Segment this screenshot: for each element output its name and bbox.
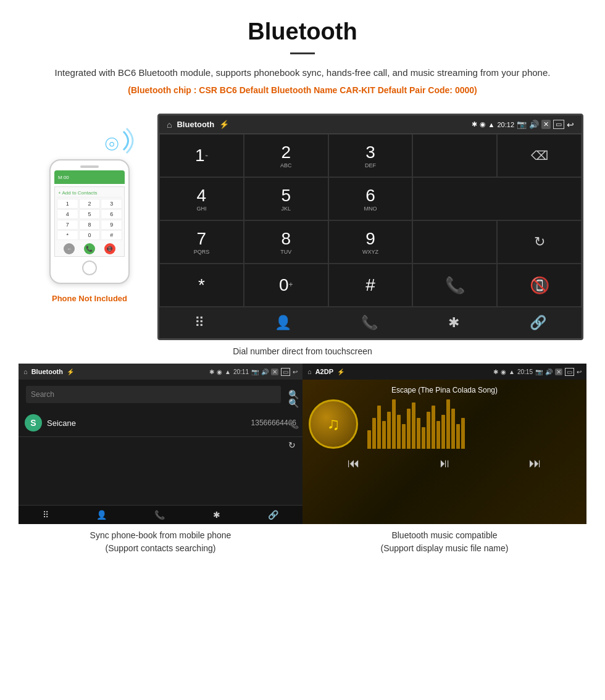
music-close-icon[interactable]: ✕ xyxy=(555,369,562,375)
dial-key-0[interactable]: 0+ xyxy=(244,264,328,307)
dial-key-9[interactable]: 9WXYZ xyxy=(328,220,413,264)
phone-back-btn[interactable]: ← xyxy=(64,243,75,254)
music-next-icon[interactable]: ⏭ xyxy=(529,456,541,470)
dial-key-3[interactable]: 3DEF xyxy=(328,134,413,177)
pb-contact-row[interactable]: S Seicane 13566664466 xyxy=(19,409,302,437)
phone-key-4[interactable]: 4 xyxy=(57,209,78,219)
phone-mockup-wrapper: ⦾ M:00 + Add to Contacts 1 2 3 4 5 xyxy=(49,159,130,284)
back-icon[interactable]: ↩ xyxy=(567,120,574,130)
music-usb-icon: ⚡ xyxy=(337,369,344,375)
eq-bar xyxy=(412,402,415,449)
phone-key-8[interactable]: 8 xyxy=(79,220,101,230)
pb-search-placeholder: Search xyxy=(31,390,54,399)
music-home-icon[interactable]: ⌂ xyxy=(307,368,312,375)
phone-key-5[interactable]: 5 xyxy=(79,209,101,219)
pb-scr-icon[interactable]: ▭ xyxy=(281,368,290,376)
pb-contact-name: Seicane xyxy=(47,419,76,428)
pb-vol-icon[interactable]: 🔊 xyxy=(261,369,269,375)
dial-key-6[interactable]: 6MNO xyxy=(328,177,413,220)
music-play-pause-icon[interactable]: ⏯ xyxy=(438,456,451,470)
bluetooth-icon[interactable]: ✱ xyxy=(448,315,459,331)
screen-icon[interactable]: ▭ xyxy=(553,120,564,129)
dial-key-8[interactable]: 8TUV xyxy=(244,220,328,264)
eq-bar xyxy=(372,418,376,449)
home-icon[interactable]: ⌂ xyxy=(167,120,172,130)
phone-key-3[interactable]: 3 xyxy=(101,199,122,209)
location-icon: ◉ xyxy=(480,120,486,128)
music-prev-icon[interactable]: ⏮ xyxy=(348,456,360,470)
dial-call-button[interactable]: 📞 xyxy=(412,264,497,307)
close-icon[interactable]: ✕ xyxy=(541,120,551,129)
dial-key-1[interactable]: 1⌁ xyxy=(159,134,244,177)
music-screen: ⌂ A2DP ⚡ ✱ ◉ ▲ 20:15 📷 🔊 ✕ ▭ ↩ xyxy=(302,364,586,524)
pb-phone-side-icon[interactable]: 📞 xyxy=(288,419,299,429)
bluetooth-waves-icon: ⦾ xyxy=(93,125,142,162)
music-caption-line1: Bluetooth music compatible xyxy=(391,530,497,540)
phone-key-6[interactable]: 6 xyxy=(101,209,122,219)
display-empty xyxy=(412,134,497,177)
music-note-icon: ♫ xyxy=(327,414,340,434)
phone-end-btn[interactable]: 📵 xyxy=(104,243,115,254)
music-scr-icon[interactable]: ▭ xyxy=(565,368,574,376)
phonebook-caption-line2: (Support contacts searching) xyxy=(106,543,216,553)
phone-key-7[interactable]: 7 xyxy=(57,220,78,230)
phone-call-btn[interactable]: 📞 xyxy=(84,243,95,254)
pb-search-side-icon[interactable]: 🔍 xyxy=(288,398,299,408)
pb-bt-icon: ✱ xyxy=(209,369,214,375)
eq-bar xyxy=(422,427,425,449)
pb-nav-contacts[interactable]: 👤 xyxy=(96,510,107,520)
pb-home-icon[interactable]: ⌂ xyxy=(23,368,28,375)
phone-key-1[interactable]: 1 xyxy=(57,199,78,209)
pb-nav-link[interactable]: 🔗 xyxy=(268,510,278,520)
volume-icon[interactable]: 🔊 xyxy=(529,120,539,129)
pb-nav-phone[interactable]: 📞 xyxy=(154,510,165,520)
dial-backspace[interactable]: ⌫ xyxy=(497,134,582,177)
dial-empty-row2 xyxy=(412,177,582,220)
pb-cam-icon[interactable]: 📷 xyxy=(251,369,259,375)
phone-screen: + Add to Contacts 1 2 3 4 5 6 7 8 9 * 0 … xyxy=(54,186,125,257)
phone-key-9[interactable]: 9 xyxy=(101,220,122,230)
bluetooth-status-icon: ✱ xyxy=(472,120,477,128)
dialpad-icon[interactable]: ⠿ xyxy=(194,315,204,331)
eq-bar xyxy=(427,412,430,449)
eq-bar xyxy=(377,406,381,449)
eq-bar xyxy=(461,418,465,449)
phone-key-star[interactable]: * xyxy=(57,230,78,240)
dial-key-5[interactable]: 5JKL xyxy=(244,177,328,220)
pb-search-field[interactable]: Search xyxy=(26,386,281,403)
dial-refresh[interactable]: ↻ xyxy=(497,220,582,264)
pb-nav-bt[interactable]: ✱ xyxy=(213,510,220,520)
music-song-title: Escape (The Pina Colada Song) xyxy=(391,386,498,394)
camera-icon[interactable]: 📷 xyxy=(517,120,527,129)
dial-end-button[interactable]: 📵 xyxy=(497,264,582,307)
phone-keypad: 1 2 3 4 5 6 7 8 9 * 0 # xyxy=(57,199,122,240)
music-back-icon[interactable]: ↩ xyxy=(577,369,582,375)
pb-nav-grid[interactable]: ⠿ xyxy=(43,510,49,520)
pb-close-icon[interactable]: ✕ xyxy=(271,369,278,375)
dial-key-star[interactable]: * xyxy=(159,264,244,307)
dial-key-4[interactable]: 4GHI xyxy=(159,177,244,220)
pb-back-icon[interactable]: ↩ xyxy=(293,369,298,375)
music-cam-icon[interactable]: 📷 xyxy=(535,369,543,375)
contacts-icon[interactable]: 👤 xyxy=(275,315,291,331)
phone-key-hash[interactable]: # xyxy=(101,230,122,240)
svg-text:⦾: ⦾ xyxy=(105,135,119,154)
phone-key-0[interactable]: 0 xyxy=(79,230,101,240)
link-icon[interactable]: 🔗 xyxy=(530,315,546,331)
dialpad-grid: 1⌁ 2ABC 3DEF ⌫ 4GHI 5JKL 6MNO xyxy=(159,134,582,307)
phone-key-2[interactable]: 2 xyxy=(79,199,101,209)
android-bottom-bar: ⠿ 👤 📞 ✱ 🔗 xyxy=(159,307,582,338)
dial-key-7[interactable]: 7PQRS xyxy=(159,220,244,264)
pb-refresh-side-icon[interactable]: ↻ xyxy=(288,440,299,450)
music-caption-line2: (Support display music file name) xyxy=(381,543,509,553)
music-vol-icon[interactable]: 🔊 xyxy=(545,369,553,375)
eq-bar xyxy=(402,424,406,449)
eq-bar xyxy=(407,409,411,449)
dial-key-2[interactable]: 2ABC xyxy=(244,134,328,177)
eq-bar xyxy=(417,418,420,449)
phone-icon[interactable]: 📞 xyxy=(361,315,378,331)
dial-key-hash[interactable]: # xyxy=(328,264,413,307)
eq-bar xyxy=(436,421,440,449)
phone-home-button[interactable] xyxy=(82,260,97,275)
music-status-right: ✱ ◉ ▲ 20:15 📷 🔊 ✕ ▭ ↩ xyxy=(493,368,582,376)
